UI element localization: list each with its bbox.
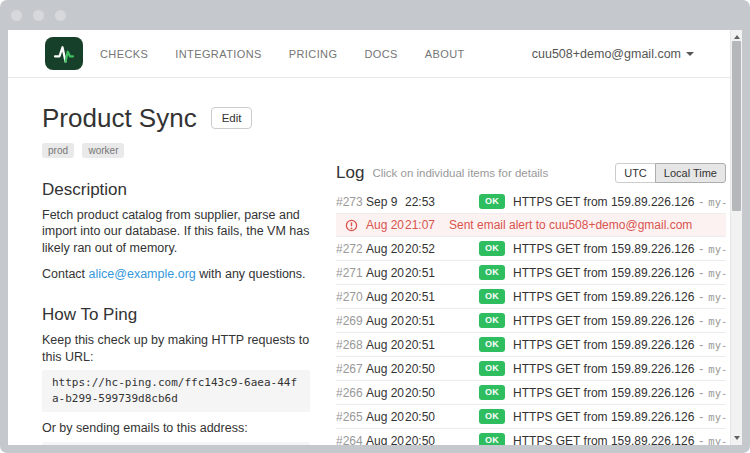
scroll-down-arrow[interactable] [731, 433, 742, 443]
ping-message: HTTPS GET from 159.89.226.126 [513, 314, 694, 328]
ping-date: Aug 20 [366, 410, 405, 424]
log-row[interactable]: #272 Aug 20 20:52 OK HTTPS GET from 159.… [336, 237, 726, 261]
edit-button[interactable]: Edit [211, 107, 253, 129]
log-row[interactable]: #271 Aug 20 20:51 OK HTTPS GET from 159.… [336, 261, 726, 285]
ok-badge: OK [479, 313, 505, 328]
ping-message: HTTPS GET from 159.89.226.126 [513, 290, 694, 304]
ping-name: my-fancy-sy… [708, 363, 726, 375]
ping-number: #273 [336, 195, 366, 209]
log-row[interactable]: #269 Aug 20 20:51 OK HTTPS GET from 159.… [336, 309, 726, 333]
ping-separator: - [699, 314, 703, 328]
ping-time: 20:51 [405, 290, 437, 304]
ping-message: HTTPS GET from 159.89.226.126 [513, 338, 694, 352]
nav-item-checks[interactable]: CHECKS [100, 48, 148, 60]
ping-number: #270 [336, 290, 366, 304]
ok-badge: OK [479, 361, 505, 376]
tag-list: prod worker [42, 140, 310, 158]
ping-date: Aug 20 [366, 290, 405, 304]
contact-text: Contact alice@example.org with any quest… [42, 266, 310, 283]
ping-name: my-fancy-sy… [708, 435, 726, 445]
window-control-dot[interactable] [11, 10, 22, 21]
log-rows: #273 Sep 9 22:53 OK HTTPS GET from 159.8… [336, 190, 726, 445]
ping-time: 20:52 [405, 242, 437, 256]
ping-number: #267 [336, 362, 366, 376]
ping-number: #266 [336, 386, 366, 400]
ping-message: HTTPS GET from 159.89.226.126 [513, 362, 694, 376]
ping-name: my-fancy-sy… [708, 243, 726, 255]
page-title: Product Sync [42, 104, 197, 133]
ping-time: 20:51 [405, 266, 437, 280]
ping-time: 20:51 [405, 338, 437, 352]
ping-message: Sent email alert to cuu508+demo@gmail.co… [449, 218, 692, 232]
scrollbar-thumb[interactable] [732, 41, 741, 211]
tag-badge: worker [82, 143, 124, 158]
log-row[interactable]: #268 Aug 20 20:51 OK HTTPS GET from 159.… [336, 333, 726, 357]
check-details-column: Product Sync Edit prod worker Descriptio… [42, 104, 310, 445]
ping-date: Aug 20 [366, 266, 405, 280]
local-time-button[interactable]: Local Time [655, 163, 726, 183]
utc-button[interactable]: UTC [615, 163, 656, 183]
ping-date: Aug 20 [366, 434, 405, 445]
description-heading: Description [42, 180, 310, 200]
log-row[interactable]: #267 Aug 20 20:50 OK HTTPS GET from 159.… [336, 357, 726, 381]
ok-badge: OK [479, 289, 505, 304]
ping-message: HTTPS GET from 159.89.226.126 [513, 434, 694, 445]
ok-badge: OK [479, 265, 505, 280]
healthchecks-logo[interactable] [45, 37, 83, 70]
ok-badge: OK [479, 337, 505, 352]
log-header: Log Click on individual items for detail… [336, 163, 726, 183]
ping-number: #265 [336, 410, 366, 424]
ping-name: my-fancy-sy… [708, 267, 726, 279]
ping-separator: - [699, 434, 703, 445]
nav-item-integrations[interactable]: INTEGRATIONS [175, 48, 262, 60]
window-control-dot[interactable] [55, 10, 66, 21]
timezone-toggle: UTC Local Time [615, 163, 726, 183]
ping-date: Aug 20 [366, 218, 405, 232]
ping-url-code: https://hc-ping.com/ffc143c9-6aea-44fa-b… [42, 370, 310, 412]
navbar: CHECKS INTEGRATIONS PRICING DOCS ABOUT c… [8, 30, 742, 78]
ping-separator: - [699, 410, 703, 424]
ping-separator: - [699, 386, 703, 400]
log-row[interactable]: #270 Aug 20 20:51 OK HTTPS GET from 159.… [336, 285, 726, 309]
nav-item-pricing[interactable]: PRICING [289, 48, 338, 60]
email-ping-label: Or by sending emails to this address: [42, 420, 310, 437]
log-row[interactable]: #265 Aug 20 20:50 OK HTTPS GET from 159.… [336, 405, 726, 429]
log-row[interactable]: Aug 20 21:07 Sent email alert to cuu508+… [336, 214, 726, 237]
ok-badge: OK [479, 194, 505, 209]
main-content: Product Sync Edit prod worker Descriptio… [8, 78, 742, 445]
ping-time: 21:07 [405, 218, 437, 232]
ping-date: Aug 20 [366, 314, 405, 328]
window-frame: CHECKS INTEGRATIONS PRICING DOCS ABOUT c… [0, 0, 750, 453]
window-control-dot[interactable] [33, 10, 44, 21]
log-row[interactable]: #264 Aug 20 20:50 OK HTTPS GET from 159.… [336, 429, 726, 445]
ping-email-code: ffc143c9-6aea-44fa-b299-599739d8cb6d@hc-… [42, 442, 310, 445]
ok-badge: OK [479, 409, 505, 424]
ping-message: HTTPS GET from 159.89.226.126 [513, 410, 694, 424]
nav-item-about[interactable]: ABOUT [425, 48, 465, 60]
log-heading: Log [336, 163, 364, 183]
ping-name: my-fancy-sy… [708, 291, 726, 303]
log-row[interactable]: #266 Aug 20 20:50 OK HTTPS GET from 159.… [336, 381, 726, 405]
ping-message: HTTPS GET from 159.89.226.126 [513, 195, 694, 209]
ping-separator: - [699, 195, 703, 209]
ok-badge: OK [479, 241, 505, 256]
ping-message: HTTPS GET from 159.89.226.126 [513, 386, 694, 400]
ping-separator: - [699, 338, 703, 352]
nav-item-docs[interactable]: DOCS [364, 48, 397, 60]
ping-name: my-fancy-sy… [708, 411, 726, 423]
how-to-ping-heading: How To Ping [42, 305, 310, 325]
browser-viewport: CHECKS INTEGRATIONS PRICING DOCS ABOUT c… [8, 30, 742, 445]
ping-date: Sep 9 [366, 195, 405, 209]
ok-badge: OK [479, 385, 505, 400]
scrollbar[interactable] [730, 30, 742, 445]
ok-badge: OK [479, 433, 505, 445]
ping-separator: - [699, 362, 703, 376]
account-menu[interactable]: cuu508+demo@gmail.com [532, 47, 694, 61]
log-row[interactable]: #273 Sep 9 22:53 OK HTTPS GET from 159.8… [336, 190, 726, 214]
triangle-down-icon [734, 436, 740, 440]
contact-email-link[interactable]: alice@example.org [89, 267, 196, 281]
ping-number: #264 [336, 434, 366, 445]
ping-number: #268 [336, 338, 366, 352]
nav-links: CHECKS INTEGRATIONS PRICING DOCS ABOUT [100, 48, 465, 60]
ping-name: my-fancy-sy… [708, 339, 726, 351]
